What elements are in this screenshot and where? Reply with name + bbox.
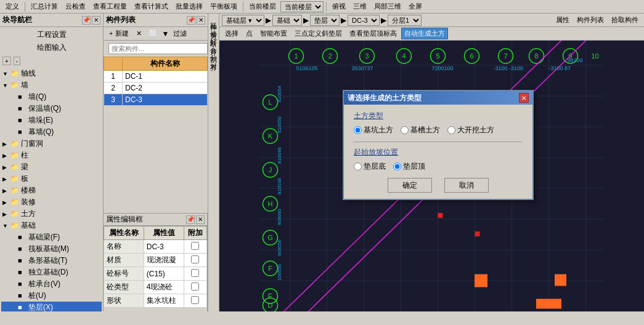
toolbar-top-view[interactable]: 俯视 <box>329 1 349 12</box>
canvas-view-height-btn[interactable]: 查看垫层顶标高 <box>346 28 400 39</box>
tree-item[interactable]: ■桩(U) <box>1 290 102 302</box>
prop-extra-cell[interactable] <box>184 240 207 254</box>
comp-table-row[interactable]: 2DC-2 <box>104 82 208 94</box>
canvas-point-btn[interactable]: 点 <box>243 28 256 39</box>
toolbar-view-qty[interactable]: 查看工程量 <box>90 1 130 12</box>
layer-select-3[interactable]: 垫层 <box>310 15 340 26</box>
dialog-confirm-btn[interactable]: 确定 <box>388 178 432 193</box>
canvas-3point-btn[interactable]: 三点定义斜垫层 <box>291 28 345 39</box>
tree-item[interactable]: ■条形基础(T) <box>1 255 102 267</box>
layer-select-2[interactable]: 基础 <box>272 15 302 26</box>
comp-table-row[interactable]: 1DC-1 <box>104 71 208 82</box>
tree-item[interactable]: ■桩承台(V) <box>1 278 102 290</box>
toolbar-3d[interactable]: 三维 <box>350 1 370 12</box>
toolbar-batch-select[interactable]: 批量选择 <box>173 1 206 12</box>
comp-pin-btn[interactable]: 📌 <box>187 16 195 25</box>
prop-extra-checkbox[interactable] <box>191 255 199 263</box>
prop-value-cell[interactable]: (C15) <box>144 267 184 281</box>
canvas-select-btn[interactable]: 选择 <box>222 28 242 39</box>
prop-value-cell[interactable]: DC-3 <box>144 240 184 254</box>
radio-dkw[interactable]: 大开挖土方 <box>447 125 494 135</box>
comp-delete-btn[interactable]: ✕ <box>133 28 145 39</box>
vtb-align[interactable]: 对齐 <box>208 55 219 62</box>
prop-extra-cell[interactable] <box>184 281 207 294</box>
comp-table-row[interactable]: 3DC-3 <box>104 94 208 106</box>
comp-copy-btn[interactable]: ⬜ <box>146 28 161 39</box>
tree-item[interactable]: ▶📁板 <box>1 173 102 185</box>
prop-value-cell[interactable]: 现浇混凝 <box>144 254 184 267</box>
tree-item[interactable]: ▶📁梁 <box>1 161 102 173</box>
props-pin-btn[interactable]: 📌 <box>186 215 195 224</box>
dialog-cancel-btn[interactable]: 取消 <box>444 178 489 193</box>
prop-extra-checkbox[interactable] <box>191 242 199 250</box>
tree-item[interactable]: ▶📁门窗洞 <box>1 138 102 150</box>
floor-select[interactable]: 当前楼层 <box>280 1 324 12</box>
layer-select-5[interactable]: 分层1 <box>388 15 422 26</box>
tree-item[interactable]: ▼📁轴线 <box>1 68 102 79</box>
dialog-close-btn[interactable]: ✕ <box>519 93 529 103</box>
toolbar-fullscreen[interactable]: 全屏 <box>406 1 425 12</box>
radio-dcding-input[interactable] <box>393 162 401 171</box>
comp-filter-btn[interactable]: 过滤 <box>170 28 190 39</box>
prop-extra-checkbox[interactable] <box>191 296 199 304</box>
project-settings-label[interactable]: 工程设置 <box>1 28 102 41</box>
tree-item[interactable]: ▶📁土方 <box>1 208 102 220</box>
layer-select-1[interactable]: 基础层 ▾ <box>222 15 264 26</box>
prop-extra-cell[interactable] <box>184 254 207 267</box>
tree-item[interactable]: ■筏板基础(M) <box>1 243 102 255</box>
toolbar-floor[interactable]: 当前楼层 <box>246 1 279 12</box>
nav-close-btn[interactable]: ✕ <box>92 16 100 25</box>
tree-item[interactable]: ■基础梁(F) <box>1 231 102 243</box>
tree-item[interactable]: ■墙垛(E) <box>1 114 102 126</box>
prop-extra-cell[interactable] <box>184 294 207 308</box>
vtb-merge[interactable]: 合并 <box>208 39 219 46</box>
comp-search-input[interactable] <box>108 43 208 54</box>
prop-extra-cell[interactable] <box>184 267 207 281</box>
dialog[interactable]: 请选择生成的土方类型 ✕ 土方类型 基坑土方 基槽土方 <box>343 90 534 200</box>
toolbar-local-3d[interactable]: 局部三维 <box>371 1 404 12</box>
radio-jikeng-input[interactable] <box>354 126 362 134</box>
tree-item[interactable]: ▶📁柱 <box>1 150 102 161</box>
radio-jicao[interactable]: 基槽土方 <box>401 125 440 135</box>
canvas-auto-earthwork-btn[interactable]: 自动生成土方 <box>401 28 448 39</box>
nav-pin-btn[interactable]: 📌 <box>82 16 91 25</box>
radio-dcdi[interactable]: 垫层底 <box>354 161 386 172</box>
tree-item[interactable]: ▶📁楼梯 <box>1 185 102 196</box>
canvas-pick-btn[interactable]: 拾取构件 <box>608 14 642 26</box>
nav-collapse-all[interactable]: - <box>14 57 20 65</box>
tree-item[interactable]: ■垫层(X) <box>1 302 102 311</box>
prop-value-cell[interactable]: 4现浇砼 <box>144 281 184 294</box>
vtb-trim[interactable]: 修剪 <box>208 23 219 30</box>
toolbar-balance[interactable]: 平衡板项 <box>207 1 240 12</box>
vtb-extend[interactable]: 延伸 <box>208 15 219 22</box>
tree-item[interactable]: ▼📁基础 <box>1 220 102 231</box>
prop-extra-checkbox[interactable] <box>191 283 199 291</box>
tree-item[interactable]: ■独立基础(D) <box>1 267 102 278</box>
tree-item[interactable]: ▼📁墙 <box>1 79 102 91</box>
props-close-btn[interactable]: ✕ <box>196 215 205 224</box>
layer-select-4[interactable]: DC-3 <box>348 15 380 26</box>
toolbar-calc[interactable]: 汇总计算 <box>28 1 61 12</box>
canvas-prop-btn[interactable]: 属性 <box>553 14 573 26</box>
toolbar-cloud[interactable]: 云检查 <box>62 1 89 12</box>
tree-item[interactable]: ▶📁装修 <box>1 196 102 208</box>
radio-dkw-input[interactable] <box>447 126 455 134</box>
radio-jikeng[interactable]: 基坑土方 <box>354 125 393 135</box>
vtb-break[interactable]: 打断 <box>208 31 219 38</box>
tree-item[interactable]: ■墙(Q) <box>1 91 102 103</box>
nav-expand-all[interactable]: + <box>2 57 11 65</box>
prop-value-cell[interactable]: 集水坑柱 <box>144 294 184 308</box>
radio-dcdi-input[interactable] <box>354 162 362 171</box>
axis-input-label[interactable]: 绘图输入 <box>1 41 102 54</box>
radio-dcding[interactable]: 垫层顶 <box>393 161 425 172</box>
tree-item[interactable]: ■幕墙(Q) <box>1 126 102 138</box>
prop-extra-checkbox[interactable] <box>191 269 199 277</box>
vtb-split[interactable]: 分割 <box>208 47 219 54</box>
canvas-complist-btn[interactable]: 构件列表 <box>574 14 607 26</box>
tree-item[interactable]: ■保温墙(Q) <box>1 103 102 114</box>
toolbar-define[interactable]: 定义 <box>2 1 22 12</box>
radio-jicao-input[interactable] <box>401 126 409 134</box>
toolbar-view-formula[interactable]: 查看计算式 <box>131 1 171 12</box>
canvas-smart-layout-btn[interactable]: 智能布置 <box>257 28 290 39</box>
comp-close-btn[interactable]: ✕ <box>197 16 205 25</box>
